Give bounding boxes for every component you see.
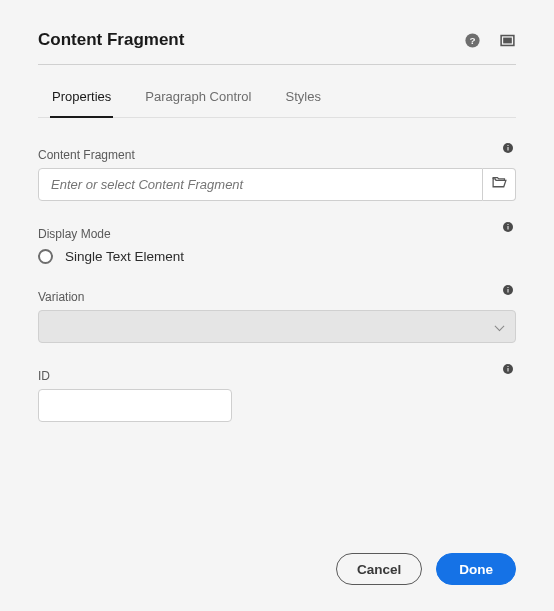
svg-rect-14 bbox=[508, 368, 509, 372]
help-icon[interactable]: ? bbox=[464, 32, 481, 49]
svg-rect-8 bbox=[508, 226, 509, 230]
info-icon[interactable] bbox=[502, 219, 516, 233]
svg-rect-6 bbox=[508, 145, 509, 146]
field-content-fragment: Content Fragment bbox=[38, 140, 516, 201]
svg-rect-11 bbox=[508, 289, 509, 293]
radio-single-text-element[interactable] bbox=[38, 249, 53, 264]
tab-properties[interactable]: Properties bbox=[50, 79, 113, 118]
content-fragment-label: Content Fragment bbox=[38, 148, 135, 162]
info-icon[interactable] bbox=[502, 282, 516, 296]
info-icon[interactable] bbox=[502, 140, 516, 154]
folder-open-icon bbox=[491, 174, 508, 195]
field-id: ID bbox=[38, 361, 516, 422]
svg-rect-5 bbox=[508, 147, 509, 151]
svg-rect-3 bbox=[504, 38, 511, 42]
dialog-title: Content Fragment bbox=[38, 30, 184, 50]
variation-select[interactable] bbox=[38, 310, 516, 343]
info-icon[interactable] bbox=[502, 361, 516, 375]
tabs: Properties Paragraph Control Styles bbox=[38, 79, 516, 118]
content-fragment-input[interactable] bbox=[38, 168, 483, 201]
fullscreen-icon[interactable] bbox=[499, 32, 516, 49]
id-label: ID bbox=[38, 369, 50, 383]
cancel-button[interactable]: Cancel bbox=[336, 553, 422, 585]
display-mode-option[interactable]: Single Text Element bbox=[38, 249, 516, 264]
id-input[interactable] bbox=[38, 389, 232, 422]
dialog-header: Content Fragment ? bbox=[38, 30, 516, 50]
path-picker-button[interactable] bbox=[483, 168, 516, 201]
svg-text:?: ? bbox=[469, 35, 475, 46]
display-mode-label: Display Mode bbox=[38, 227, 111, 241]
svg-rect-12 bbox=[508, 287, 509, 288]
header-actions: ? bbox=[464, 32, 516, 49]
header-divider bbox=[38, 64, 516, 65]
radio-label: Single Text Element bbox=[65, 249, 184, 264]
svg-rect-15 bbox=[508, 366, 509, 367]
done-button[interactable]: Done bbox=[436, 553, 516, 585]
field-display-mode: Display Mode Single Text Element bbox=[38, 219, 516, 264]
dialog-footer: Cancel Done bbox=[336, 553, 516, 585]
tab-styles[interactable]: Styles bbox=[283, 79, 322, 118]
tab-paragraph-control[interactable]: Paragraph Control bbox=[143, 79, 253, 118]
svg-rect-9 bbox=[508, 224, 509, 225]
variation-label: Variation bbox=[38, 290, 84, 304]
field-variation: Variation bbox=[38, 282, 516, 343]
